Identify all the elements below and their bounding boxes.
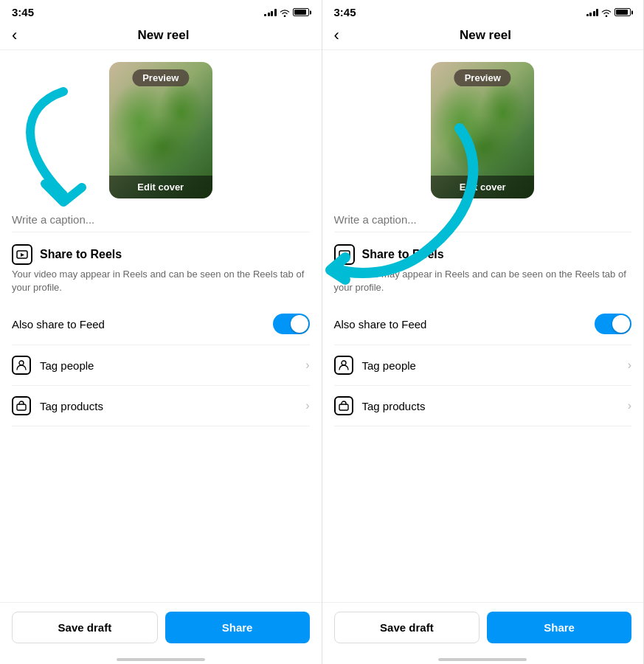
tag-products-row-right[interactable]: Tag products › — [334, 386, 632, 426]
chevron-right-icon-left-people: › — [305, 359, 309, 372]
tag-people-label-right: Tag people — [362, 359, 628, 372]
share-reels-header-left: Share to Reels — [12, 244, 310, 265]
bag-icon-left — [12, 396, 31, 415]
share-reels-header-right: Share to Reels — [334, 244, 632, 265]
share-reels-desc-right: Your video may appear in Reels and can b… — [334, 268, 632, 294]
also-share-label-left: Also share to Feed — [12, 318, 273, 331]
video-thumbnail-area-left: Preview Edit cover — [12, 62, 310, 198]
toggle-thumb-left — [291, 315, 308, 333]
chevron-right-icon-right-products: › — [628, 399, 631, 412]
wifi-icon-left — [280, 8, 290, 16]
reels-icon-left — [12, 244, 32, 265]
page-title-left: New reel — [17, 28, 309, 43]
chevron-right-icon-right-people: › — [628, 359, 631, 372]
video-thumbnail-area-right: Preview Edit cover — [334, 62, 632, 198]
person-icon-left — [12, 356, 31, 375]
back-button-right[interactable]: ‹ — [334, 27, 339, 44]
status-bar-right: 3:45 — [322, 0, 644, 21]
status-icons-right — [586, 8, 632, 16]
content-right: Preview Edit cover — [322, 50, 644, 602]
home-indicator-right — [322, 652, 644, 664]
svg-rect-2 — [17, 404, 26, 410]
tag-products-row-left[interactable]: Tag products › — [12, 386, 310, 426]
share-reels-section-left: Share to Reels Your video may appear in … — [12, 244, 310, 294]
home-bar-right — [438, 658, 527, 661]
video-thumb-right[interactable]: Preview Edit cover — [431, 62, 534, 198]
back-button-left[interactable]: ‹ — [12, 27, 17, 44]
battery-icon-left — [293, 8, 310, 16]
battery-icon-right — [614, 8, 631, 16]
edit-cover-right[interactable]: Edit cover — [431, 176, 534, 198]
save-draft-button-left[interactable]: Save draft — [12, 612, 158, 643]
header-right: ‹ New reel — [322, 21, 644, 50]
right-panel: 3:45 ‹ New reel — [322, 0, 645, 664]
svg-point-4 — [342, 361, 346, 365]
also-share-row-left: Also share to Feed — [12, 303, 310, 345]
status-time-right: 3:45 — [334, 6, 356, 18]
wifi-icon-right — [601, 8, 612, 16]
share-reels-desc-left: Your video may appear in Reels and can b… — [12, 268, 310, 294]
toggle-thumb-right — [612, 315, 630, 333]
share-reels-section-right: Share to Reels Your video may appear in … — [334, 244, 632, 294]
page-title-right: New reel — [339, 28, 631, 43]
signal-icon-left — [264, 8, 277, 16]
bottom-buttons-left: Save draft Share — [0, 602, 322, 652]
share-button-left[interactable]: Share — [165, 612, 310, 643]
also-share-toggle-left[interactable] — [273, 314, 310, 334]
left-panel: 3:45 ‹ New reel — [0, 0, 322, 664]
status-time-left: 3:45 — [12, 6, 34, 18]
also-share-row-right: Also share to Feed — [334, 303, 632, 345]
also-share-label-right: Also share to Feed — [334, 318, 595, 331]
header-left: ‹ New reel — [0, 21, 322, 50]
caption-input-right[interactable] — [334, 207, 632, 232]
status-icons-left — [264, 8, 310, 16]
svg-rect-5 — [339, 404, 348, 410]
preview-badge-right[interactable]: Preview — [454, 69, 511, 86]
status-bar-left: 3:45 — [0, 0, 322, 21]
tag-products-label-right: Tag products — [362, 400, 628, 412]
tag-people-label-left: Tag people — [40, 359, 305, 372]
caption-input-left[interactable] — [12, 207, 310, 232]
tag-people-row-right[interactable]: Tag people › — [334, 345, 632, 386]
edit-cover-left[interactable]: Edit cover — [109, 176, 212, 198]
tag-products-label-left: Tag products — [40, 400, 305, 412]
video-thumb-left[interactable]: Preview Edit cover — [109, 62, 212, 198]
share-reels-title-left: Share to Reels — [40, 248, 122, 261]
bag-icon-right — [334, 396, 353, 415]
tag-people-row-left[interactable]: Tag people › — [12, 345, 310, 386]
svg-point-1 — [19, 361, 24, 365]
save-draft-button-right[interactable]: Save draft — [334, 612, 480, 643]
chevron-right-icon-left-products: › — [305, 399, 309, 412]
bottom-buttons-right: Save draft Share — [322, 602, 644, 652]
home-indicator-left — [0, 652, 322, 664]
content-left: Preview Edit cover — [0, 50, 322, 602]
reels-icon-right — [334, 244, 355, 265]
home-bar-left — [117, 658, 205, 661]
person-icon-right — [334, 356, 353, 375]
leaf-decoration-right — [431, 84, 534, 180]
share-button-right[interactable]: Share — [487, 612, 631, 643]
also-share-toggle-right[interactable] — [595, 314, 631, 334]
leaf-decoration-left — [109, 84, 212, 180]
share-reels-title-right: Share to Reels — [362, 248, 444, 261]
signal-icon-right — [586, 8, 599, 16]
preview-badge-left[interactable]: Preview — [132, 69, 189, 86]
